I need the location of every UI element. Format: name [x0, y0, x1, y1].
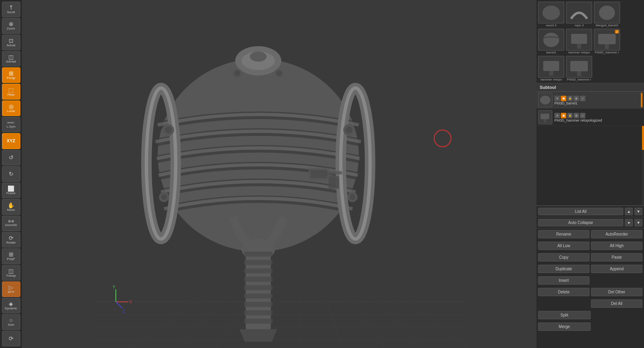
auto-collapse-arrow[interactable]: ➤: [625, 219, 633, 226]
split-button[interactable]: Split: [538, 311, 591, 319]
morph-button[interactable]: ⟳: [2, 331, 20, 346]
thumb-wood3[interactable]: wood 3: [538, 2, 564, 27]
transp-button[interactable]: ◫ Transp: [2, 265, 20, 281]
subtool-eye2-hammer[interactable]: ◎: [580, 113, 585, 118]
local-icon: ◎: [9, 104, 14, 109]
subtool-lock-hammer[interactable]: 🔒: [567, 113, 573, 118]
svg-point-26: [276, 71, 282, 77]
solo-label: Solo: [8, 323, 14, 326]
subtool-poly-barrel1[interactable]: ▣: [561, 96, 566, 101]
frame-button[interactable]: ⬜ Frame: [2, 183, 20, 198]
thumb-pm3d-hammer1[interactable]: 2 PM3D_hammer r: [594, 29, 620, 54]
auto-reorder-button[interactable]: AutoReorder: [591, 230, 642, 238]
svg-point-21: [250, 51, 266, 61]
floor-label: Floor: [7, 93, 14, 96]
svg-text:X: X: [129, 300, 132, 305]
subtool-visibility-hammer[interactable]: 👁: [554, 113, 560, 118]
thumb-hammer-retopo1[interactable]: hammer retopo: [566, 29, 592, 54]
thumb-img-rope3: [566, 2, 592, 24]
thumb-img-hammer-retopo1: [566, 29, 592, 51]
rot2-button[interactable]: ↻: [2, 166, 20, 182]
subtool-list: 👁 ▣ 🔒 ◉ ◎ PM3D_barrel1 👁: [536, 92, 644, 126]
svg-rect-40: [244, 285, 273, 290]
subtool-icons-barrel1: 👁 ▣ 🔒 ◉ ◎: [554, 96, 639, 101]
subtool-scroll-area: [536, 126, 644, 206]
lsym-label: L.Sym: [6, 125, 16, 128]
svg-point-30: [161, 194, 167, 200]
persp-button[interactable]: ⊞ Persp: [2, 67, 20, 83]
rename-button[interactable]: Rename: [538, 230, 589, 238]
subtool-section: 👁 ▣ 🔒 ◉ ◎ PM3D_barrel1 👁: [536, 92, 644, 206]
aahalf-button[interactable]: ◫ AAHalf: [2, 51, 20, 67]
list-all-button[interactable]: List All: [538, 208, 623, 215]
list-all-up-arrow[interactable]: ▲: [625, 208, 633, 215]
subtool-color-barrel1[interactable]: ◉: [574, 96, 579, 101]
subtool-item-pm3d-hammer[interactable]: 👁 ▣ 🔒 ◉ ◎ PM3D_hammer retopologized: [536, 109, 644, 126]
auto-collapse-button[interactable]: Auto Collapse: [538, 219, 623, 226]
subtool-visibility-barrel1[interactable]: 👁: [554, 96, 560, 101]
viewport[interactable]: X Y Z: [22, 0, 536, 348]
rot1-button[interactable]: ↺: [2, 150, 20, 165]
lsym-button[interactable]: ⟺↕ L.Sym: [2, 117, 20, 132]
zoom-button[interactable]: ⊕ Zoom: [2, 18, 20, 33]
subtool-lock-barrel1[interactable]: 🔒: [567, 96, 573, 101]
svg-rect-69: [598, 34, 616, 44]
auto-collapse-down[interactable]: ▼: [634, 219, 642, 226]
thumb-rope3[interactable]: rope 3: [566, 2, 592, 27]
del-all-button[interactable]: Del All: [591, 299, 642, 308]
dynamic-button[interactable]: ◈ Dynamic: [2, 298, 20, 313]
local-button[interactable]: ◎ Local: [2, 100, 20, 116]
xyz-button[interactable]: XYZ: [2, 133, 20, 149]
subtool-color-hammer[interactable]: ◉: [574, 113, 579, 118]
insert-button[interactable]: Insert: [538, 276, 589, 285]
svg-rect-66: [571, 34, 587, 44]
3d-view[interactable]: X Y Z: [22, 0, 536, 348]
thumb-pm3d-hammer2[interactable]: PM3D_hammer r: [566, 56, 592, 81]
svg-rect-50: [329, 176, 339, 189]
subtool-icons-hammer: 👁 ▣ 🔒 ◉ ◎: [554, 113, 642, 118]
all-low-button[interactable]: All Low: [538, 242, 589, 250]
copy-button[interactable]: Copy: [538, 253, 589, 261]
bpr-label: BPR: [8, 291, 14, 294]
delete-button[interactable]: Delete: [538, 288, 589, 296]
list-all-down-arrow[interactable]: ▼: [634, 208, 642, 215]
bpr-button[interactable]: ▷ BPR: [2, 281, 20, 297]
del-other-button[interactable]: Del Other: [591, 288, 642, 296]
svg-rect-75: [570, 61, 588, 71]
rotate-button[interactable]: ⟳ Rotate: [2, 232, 20, 248]
merge-button[interactable]: Merge: [538, 322, 591, 331]
svg-point-25: [234, 71, 240, 77]
svg-rect-81: [544, 119, 546, 122]
duplicate-button[interactable]: Duplicate: [538, 265, 589, 273]
floor-button[interactable]: ⬚ Floor: [2, 84, 20, 99]
scrollbar-thumb[interactable]: [642, 126, 644, 150]
actual-button[interactable]: ⊡ Actual: [2, 35, 20, 50]
scroll-button[interactable]: ⤒ Scroll: [2, 2, 20, 17]
svg-rect-49: [329, 171, 342, 174]
thumb-label-merged-barrel2: Merged_barrel2: [596, 24, 618, 27]
polyf-button[interactable]: ⊞ PolyF: [2, 248, 20, 264]
move-button[interactable]: ✋ Move: [2, 199, 20, 214]
subtool-poly-hammer[interactable]: ▣: [561, 113, 566, 118]
subtool-item-pm3d-barrel1[interactable]: 👁 ▣ 🔒 ◉ ◎ PM3D_barrel1: [536, 92, 644, 109]
thumb-img-barrel1: [538, 29, 564, 51]
all-low-high-row: All Low All High: [536, 240, 644, 252]
auto-collapse-arrow-icon: ➤: [627, 220, 630, 225]
append-button[interactable]: Append: [591, 265, 642, 273]
paste-button[interactable]: Paste: [591, 253, 642, 261]
zoom3d-button[interactable]: ⊕⊕ Zoom3D: [2, 216, 20, 231]
rotate-icon: ⟳: [9, 235, 14, 241]
thumb-hammer-retopo2[interactable]: hammer retopo: [538, 56, 564, 81]
subtool-eye2-barrel1[interactable]: ◎: [580, 96, 585, 101]
auto-collapse-row: Auto Collapse ➤ ▼: [536, 217, 644, 228]
solo-button[interactable]: ○ Solo: [2, 314, 20, 330]
svg-point-59: [542, 6, 560, 20]
thumb-img-pm3d-hammer2: [566, 56, 592, 78]
subtool-thumb-barrel1: [538, 93, 552, 107]
dynamic-icon: ◈: [9, 301, 13, 307]
thumb-merged-barrel2[interactable]: Merged_barrel2: [594, 2, 620, 27]
svg-point-64: [543, 33, 559, 47]
thumb-barrel1[interactable]: barrel1: [538, 29, 564, 54]
all-high-button[interactable]: All High: [591, 242, 642, 250]
insert-row: Insert: [536, 275, 644, 286]
